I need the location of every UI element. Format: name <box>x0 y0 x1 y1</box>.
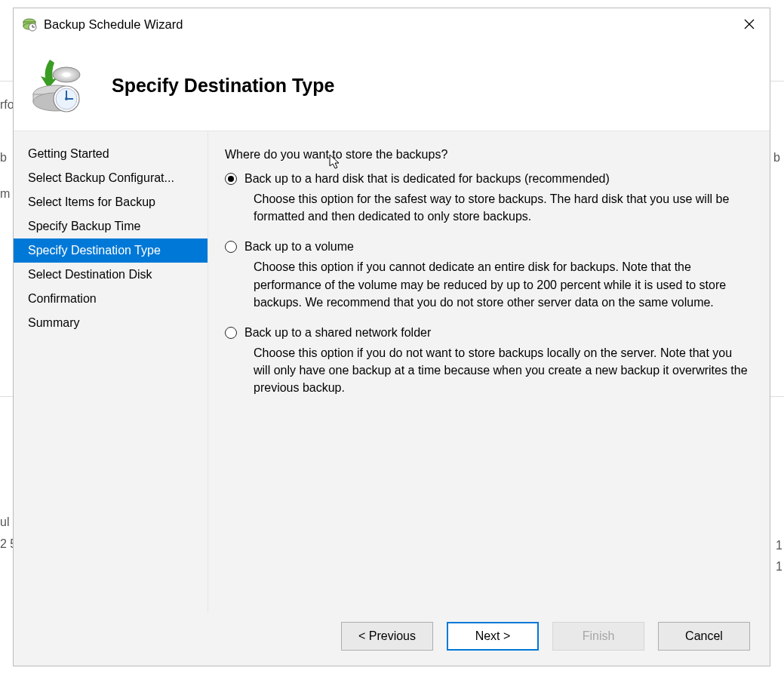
finish-button: Finish <box>552 622 644 651</box>
radio-dedicated-disk[interactable] <box>225 173 237 185</box>
option-network-folder[interactable]: Back up to a shared network folder Choos… <box>225 326 750 397</box>
wizard-header: Specify Destination Type <box>14 40 770 131</box>
option-description: Choose this option if you do not want to… <box>225 344 750 397</box>
wizard-icon <box>29 55 89 115</box>
titlebar: Backup Schedule Wizard <box>14 8 770 40</box>
option-volume[interactable]: Back up to a volume Choose this option i… <box>225 240 750 311</box>
cancel-button[interactable]: Cancel <box>658 622 750 651</box>
step-specify-backup-time[interactable]: Specify Backup Time <box>14 214 208 238</box>
sidebar-steps: Getting Started Select Backup Configurat… <box>14 131 208 613</box>
wizard-dialog: Backup Schedule Wizard <box>13 8 770 666</box>
option-label: Back up to a hard disk that is dedicated… <box>244 172 610 186</box>
button-row: < Previous Next > Finish Cancel <box>14 613 770 666</box>
page-title: Specify Destination Type <box>112 75 334 97</box>
radio-network-folder[interactable] <box>225 327 237 339</box>
app-icon <box>21 16 38 32</box>
previous-button[interactable]: < Previous <box>341 622 433 651</box>
step-select-backup-configuration[interactable]: Select Backup Configurat... <box>14 166 208 190</box>
step-specify-destination-type[interactable]: Specify Destination Type <box>14 238 208 263</box>
step-confirmation[interactable]: Confirmation <box>14 287 208 311</box>
step-getting-started[interactable]: Getting Started <box>14 142 208 166</box>
radio-volume[interactable] <box>225 241 237 253</box>
svg-point-9 <box>62 72 71 77</box>
option-label: Back up to a shared network folder <box>244 326 431 340</box>
step-select-items-for-backup[interactable]: Select Items for Backup <box>14 190 208 214</box>
close-button[interactable] <box>733 12 765 36</box>
step-summary[interactable]: Summary <box>14 311 208 335</box>
prompt-text: Where do you want to store the backups? <box>225 148 750 162</box>
step-select-destination-disk[interactable]: Select Destination Disk <box>14 263 208 287</box>
option-label: Back up to a volume <box>244 240 354 254</box>
window-title: Backup Schedule Wizard <box>44 17 183 32</box>
option-dedicated-disk[interactable]: Back up to a hard disk that is dedicated… <box>225 172 750 225</box>
wizard-body: Getting Started Select Backup Configurat… <box>14 131 770 613</box>
option-description: Choose this option for the safest way to… <box>225 190 750 225</box>
next-button[interactable]: Next > <box>447 622 539 651</box>
wizard-content: Where do you want to store the backups? … <box>208 131 770 613</box>
option-description: Choose this option if you cannot dedicat… <box>225 258 750 311</box>
svg-point-17 <box>65 97 68 100</box>
